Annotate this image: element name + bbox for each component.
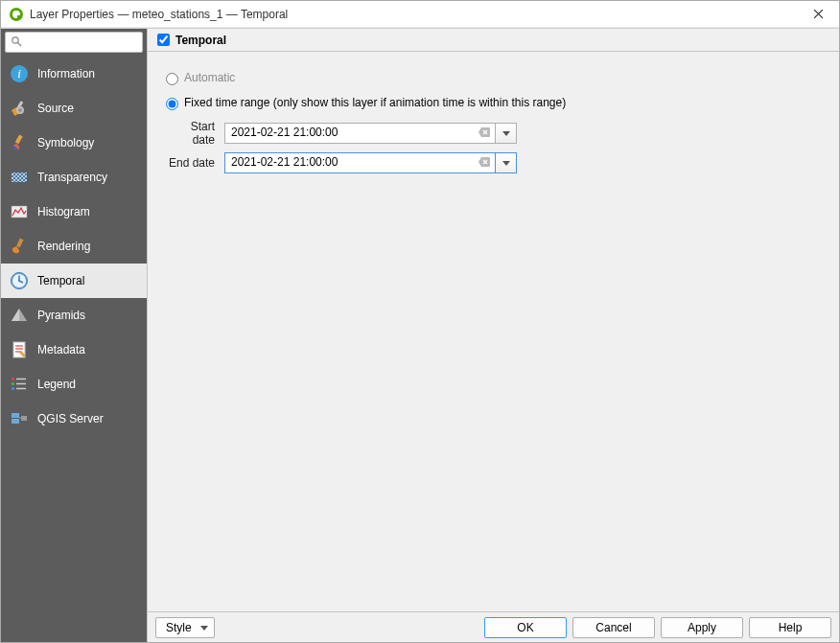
sidebar: i Information Source Symbology — [1, 29, 147, 642]
svg-rect-28 — [12, 378, 14, 380]
svg-point-21 — [18, 280, 20, 282]
svg-rect-1 — [17, 15, 22, 18]
svg-rect-36 — [21, 416, 27, 421]
start-date-label: Start date — [167, 120, 224, 147]
end-date-label: End date — [167, 156, 224, 170]
search-icon — [11, 35, 22, 50]
end-date-value: 2021-02-21 21:00:00 — [231, 155, 338, 169]
sidebar-item-pyramids[interactable]: Pyramids — [1, 298, 147, 333]
sidebar-item-source[interactable]: Source — [1, 91, 147, 126]
svg-rect-30 — [12, 387, 14, 390]
button-bar: Style OK Cancel Apply Help — [148, 611, 839, 642]
help-button[interactable]: Help — [749, 617, 831, 638]
style-button-label: Style — [166, 621, 192, 634]
transparency-icon — [9, 167, 30, 188]
apply-button-label: Apply — [688, 621, 716, 634]
svg-marker-38 — [502, 131, 510, 136]
rendering-icon — [9, 236, 30, 257]
sidebar-item-label: Source — [37, 102, 74, 115]
sidebar-item-transparency[interactable]: Transparency — [1, 160, 147, 195]
sidebar-item-legend[interactable]: Legend — [1, 367, 147, 402]
radio-fixed[interactable] — [166, 98, 178, 110]
titlebar: Layer Properties — meteo_stations_1 — Te… — [1, 1, 839, 28]
sidebar-item-label: Temporal — [37, 274, 84, 287]
help-button-label: Help — [779, 621, 803, 634]
radio-automatic-label: Automatic — [184, 71, 235, 84]
temporal-header: Temporal — [148, 29, 839, 52]
close-icon[interactable] — [803, 1, 833, 28]
clear-icon[interactable] — [478, 126, 491, 139]
svg-rect-9 — [19, 109, 22, 112]
ok-button[interactable]: OK — [484, 617, 567, 638]
svg-rect-35 — [12, 419, 19, 424]
sidebar-item-label: Information — [37, 67, 95, 80]
svg-marker-39 — [502, 161, 510, 166]
radio-fixed-label: Fixed time range (only show this layer i… — [184, 96, 566, 109]
svg-point-2 — [12, 37, 18, 43]
start-date-input[interactable]: 2021-02-21 21:00:00 — [224, 123, 496, 144]
start-date-dropdown[interactable] — [496, 123, 517, 144]
style-button[interactable]: Style — [155, 617, 215, 638]
qgis-app-icon — [9, 7, 24, 22]
sidebar-item-temporal[interactable]: Temporal — [1, 264, 147, 298]
sidebar-item-symbology[interactable]: Symbology — [1, 126, 147, 160]
end-date-input[interactable]: 2021-02-21 21:00:00 — [224, 152, 496, 173]
sidebar-item-label: Histogram — [37, 205, 90, 218]
legend-icon — [9, 374, 30, 395]
cancel-button-label: Cancel — [595, 621, 631, 634]
sidebar-item-information[interactable]: i Information — [1, 57, 147, 91]
sidebar-item-label: Legend — [37, 378, 76, 391]
sidebar-item-label: Symbology — [37, 136, 94, 149]
histogram-icon — [9, 201, 30, 222]
temporal-icon — [9, 270, 30, 291]
svg-rect-34 — [12, 413, 19, 418]
svg-rect-29 — [12, 382, 14, 385]
svg-marker-40 — [200, 626, 208, 631]
svg-line-3 — [18, 43, 22, 47]
sidebar-item-histogram[interactable]: Histogram — [1, 195, 147, 229]
svg-rect-10 — [15, 135, 23, 145]
svg-rect-16 — [16, 239, 23, 248]
content: Temporal Automatic Fixed time range (onl… — [147, 29, 839, 642]
sidebar-item-rendering[interactable]: Rendering — [1, 229, 147, 264]
sidebar-nav: i Information Source Symbology — [1, 57, 147, 642]
radio-row-fixed: Fixed time range (only show this layer i… — [161, 95, 826, 110]
sidebar-item-label: Pyramids — [37, 309, 85, 322]
svg-rect-12 — [12, 172, 27, 182]
sidebar-item-label: QGIS Server — [37, 412, 104, 425]
chevron-down-icon — [200, 622, 208, 632]
sidebar-item-metadata[interactable]: Metadata — [1, 333, 147, 367]
temporal-header-label: Temporal — [175, 34, 226, 47]
source-icon — [9, 98, 30, 119]
svg-text:i: i — [17, 66, 21, 80]
apply-button[interactable]: Apply — [661, 617, 743, 638]
radio-row-automatic: Automatic — [161, 70, 826, 85]
qgis-server-icon — [9, 408, 30, 429]
information-icon: i — [9, 63, 30, 84]
search-input[interactable] — [5, 32, 143, 53]
sidebar-item-label: Metadata — [37, 343, 85, 356]
sidebar-item-label: Transparency — [37, 171, 107, 184]
sidebar-item-label: Rendering — [37, 240, 90, 253]
pyramids-icon — [9, 305, 30, 326]
cancel-button[interactable]: Cancel — [572, 617, 655, 638]
svg-marker-23 — [12, 309, 19, 321]
end-date-dropdown[interactable] — [496, 152, 517, 173]
clear-icon[interactable] — [478, 155, 491, 169]
symbology-icon — [9, 132, 30, 153]
temporal-enable-checkbox[interactable] — [157, 34, 170, 46]
window-title: Layer Properties — meteo_stations_1 — Te… — [30, 8, 288, 21]
start-date-value: 2021-02-21 21:00:00 — [231, 126, 338, 139]
metadata-icon — [9, 339, 30, 360]
ok-button-label: OK — [517, 621, 533, 634]
radio-automatic[interactable] — [166, 73, 178, 85]
sidebar-item-qgis-server[interactable]: QGIS Server — [1, 402, 147, 436]
